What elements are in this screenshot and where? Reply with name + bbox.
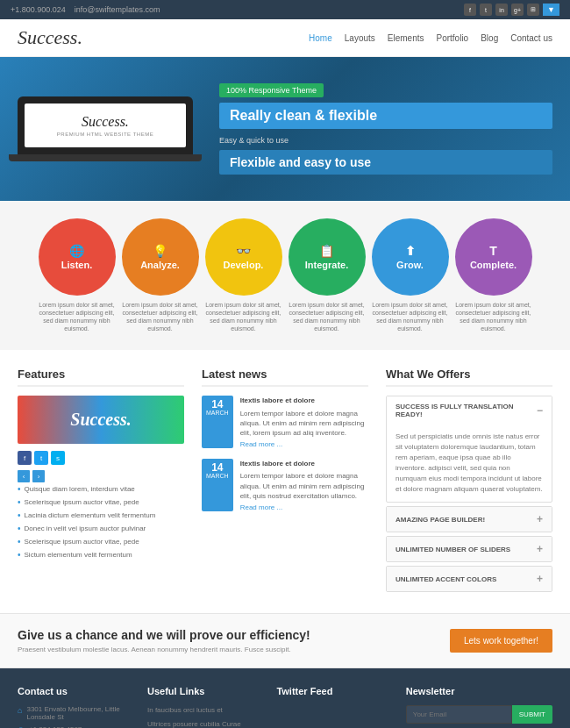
footer-contact: Contact us ⌂ 3301 Envato Melbourne, Litt… [18, 686, 130, 728]
hero-badge: 100% Responsive Theme [219, 83, 324, 97]
news-item: 14 MARCH Itextis labore et dolore Lorem … [202, 459, 368, 511]
nav-elements[interactable]: Elements [388, 33, 424, 43]
twitter-icon[interactable]: t [480, 4, 492, 16]
features-list: Quisque diam lorem, interdum vitaeSceler… [18, 482, 184, 561]
offers-title: What We Offers [386, 368, 552, 387]
laptop-screen: Success. PREMIUM HTML WEBSITE THEME [25, 103, 186, 147]
circle: T Complete. [455, 218, 532, 296]
hero-heading1: Really clean & flexible [219, 103, 552, 129]
circle-desc: Lorem ipsum dolor sit amet, consectetuer… [197, 301, 289, 332]
news-items: 14 MARCH Itextis labore et dolore Lorem … [202, 396, 368, 511]
feat-facebook[interactable]: f [18, 451, 32, 465]
feature-image: Success. [18, 396, 184, 444]
circle: 📋 Integrate. [289, 218, 366, 296]
read-more-link[interactable]: Read more ... [240, 440, 282, 448]
circle: 💡 Analyze. [122, 218, 199, 296]
circles-section: 🌐 Listen. Lorem ipsum dolor sit amet, co… [0, 201, 570, 350]
footer-newsletter: Newsletter SUBMIT Lorem ipsum dolor sit … [406, 686, 552, 728]
circle-label: Grow. [396, 260, 424, 270]
accordion-header[interactable]: UNLIMITED ACCENT COLORS + [387, 567, 552, 591]
circle-label: Complete. [470, 260, 517, 270]
circle-item: ⬆ Grow. Lorem ipsum dolor sit amet, cons… [364, 218, 456, 332]
next-btn[interactable]: › [32, 470, 45, 482]
language-dropdown[interactable]: ▼ [543, 4, 559, 16]
circle-item: 🌐 Listen. Lorem ipsum dolor sit amet, co… [31, 218, 123, 332]
footer-contact-title: Contact us [18, 686, 130, 696]
list-item: Lacinia dictum elementum velit fermentum [18, 509, 184, 522]
circle-item: T Complete. Lorem ipsum dolor sit amet, … [447, 218, 539, 332]
footer-twitter-title: Twitter Feed [276, 686, 388, 696]
footer: Contact us ⌂ 3301 Envato Melbourne, Litt… [0, 668, 570, 728]
laptop-base [9, 154, 202, 161]
facebook-icon[interactable]: f [464, 4, 476, 16]
header: Success. Home Layouts Elements Portfolio… [0, 19, 570, 57]
news-date: 14 MARCH [202, 459, 233, 511]
news-item: 14 MARCH Itextis labore et dolore Lorem … [202, 396, 368, 448]
news-content: Itextis labore et dolore Lorem tempor la… [240, 459, 368, 511]
nav-blog[interactable]: Blog [481, 33, 498, 43]
feature-img-text: Success. [70, 410, 131, 430]
cta-text: Give us a chance and we will prove our e… [18, 628, 310, 653]
topbar: +1.800.900.024 info@swiftemplates.com f … [0, 0, 570, 19]
cta-button[interactable]: Lets work together! [450, 629, 552, 653]
circle-label: Develop. [224, 260, 264, 270]
accordion-header[interactable]: UNLIMITED NUMBER OF SLIDERS + [387, 537, 552, 561]
accordion-label: SUCCESS IS FULLY TRANSLATION READY! [395, 403, 537, 418]
accordion-label: UNLIMITED NUMBER OF SLIDERS [395, 546, 510, 553]
prev-btn[interactable]: ‹ [18, 470, 30, 482]
footer-links-title: Useful Links [147, 686, 259, 696]
hero-heading2: Flexible and easy to use [219, 150, 552, 175]
nav-contact[interactable]: Contact us [510, 33, 552, 43]
news-heading: Itextis labore et dolore [240, 459, 368, 468]
list-item: Donec in velit vel ipsum auctor pulvinar [18, 522, 184, 535]
list-item: Sictum elementum velit fermentum [18, 548, 184, 561]
newsletter-form: SUBMIT [406, 705, 552, 724]
footer-twitter: Twitter Feed [276, 686, 388, 728]
list-item: Quisque diam lorem, interdum vitae [18, 482, 184, 496]
cta-section: Give us a chance and we will prove our e… [0, 613, 570, 668]
newsletter-input[interactable] [406, 705, 512, 724]
topbar-right: f t in g+ ⊞ ▼ [464, 4, 559, 16]
accordion-header[interactable]: SUCCESS IS FULLY TRANSLATION READY! − [387, 396, 552, 425]
accordion-body: Sed ut perspiciatis unde omnis iste natu… [387, 425, 552, 502]
circle-item: 👓 Develop. Lorem ipsum dolor sit amet, c… [197, 218, 289, 332]
email-text: info@swiftemplates.com [75, 5, 160, 14]
nav-layouts[interactable]: Layouts [345, 33, 375, 43]
accordion-label: UNLIMITED ACCENT COLORS [395, 575, 496, 583]
circle-desc: Lorem ipsum dolor sit amet, consectetuer… [114, 301, 206, 332]
linkedin-icon[interactable]: in [495, 4, 508, 16]
rss-icon[interactable]: ⊞ [527, 4, 539, 16]
home-icon: ⌂ [18, 706, 22, 715]
news-title: Latest news [202, 368, 368, 387]
footer-links-list: In faucibus orci luctus etUltrices posue… [147, 705, 259, 728]
google-icon[interactable]: g+ [511, 4, 524, 16]
features-title: Features [18, 368, 184, 387]
news-month: MARCH [206, 410, 229, 416]
footer-link[interactable]: In faucibus orci luctus et [147, 705, 259, 715]
hero-content: 100% Responsive Theme Really clean & fle… [219, 83, 552, 175]
news-content: Itextis labore et dolore Lorem tempor la… [240, 396, 368, 448]
news-col: Latest news 14 MARCH Itextis labore et d… [202, 368, 368, 596]
laptop-mockup: Success. PREMIUM HTML WEBSITE THEME [18, 96, 202, 161]
circle-icon: T [489, 244, 497, 258]
feat-skype[interactable]: s [51, 451, 65, 465]
circle-icon: ⬆ [405, 244, 416, 258]
footer-address: 3301 Envato Melbourne, Little Lonsdale S… [26, 705, 130, 721]
footer-link[interactable]: Ultrices posuere cubilia Curae [147, 719, 259, 728]
accordion-item: SUCCESS IS FULLY TRANSLATION READY! − Se… [386, 396, 552, 503]
nav-portfolio[interactable]: Portfolio [436, 33, 468, 43]
hero-section: Success. PREMIUM HTML WEBSITE THEME 100%… [0, 57, 570, 201]
footer-newsletter-title: Newsletter [406, 686, 552, 696]
news-day: 14 [206, 462, 229, 473]
accordion-icon: + [537, 513, 543, 525]
accordion-item: UNLIMITED ACCENT COLORS + [386, 566, 552, 592]
newsletter-submit[interactable]: SUBMIT [512, 705, 552, 724]
accordion-header[interactable]: AMAZING PAGE BUILDER! + [387, 507, 552, 532]
nav-home[interactable]: Home [309, 33, 332, 43]
circle-desc: Lorem ipsum dolor sit amet, consectetuer… [364, 301, 456, 332]
hero-subtext: Easy & quick to use [219, 136, 552, 145]
list-item: Scelerisque ipsum auctor vitae, pede [18, 535, 184, 548]
read-more-link[interactable]: Read more ... [240, 503, 282, 511]
feat-twitter[interactable]: t [34, 451, 48, 465]
news-date: 14 MARCH [202, 396, 233, 448]
